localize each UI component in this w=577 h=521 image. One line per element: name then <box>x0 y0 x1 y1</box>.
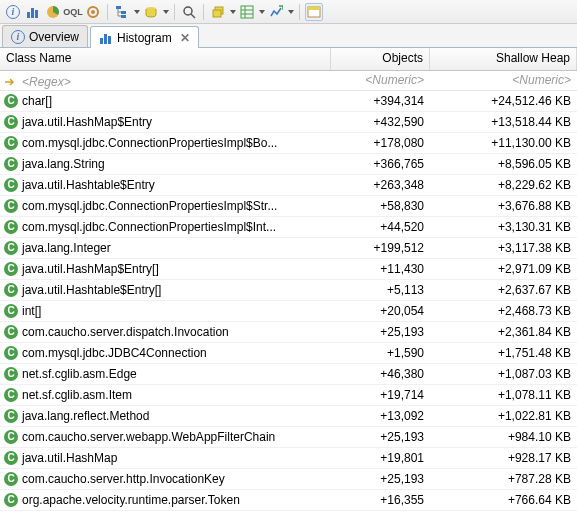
heap-cell: +13,518.44 KB <box>430 115 577 129</box>
objects-cell: +13,092 <box>331 409 430 423</box>
svg-rect-8 <box>121 15 126 18</box>
class-name-cell: com.mysql.jdbc.JDBC4Connection <box>22 346 207 360</box>
class-name-cell: java.util.HashMap$Entry <box>22 115 152 129</box>
heap-cell: +2,637.67 KB <box>430 283 577 297</box>
heap-cell: +3,676.88 KB <box>430 199 577 213</box>
filter-regex-text: <Regex> <box>22 75 71 89</box>
table-row[interactable]: Ccom.caucho.server.webapp.WebAppFilterCh… <box>0 427 577 448</box>
heap-cell: +3,117.38 KB <box>430 241 577 255</box>
class-icon: C <box>4 178 18 192</box>
tab-bar: i Overview Histogram ✕ <box>0 24 577 48</box>
class-name-cell: com.caucho.server.webapp.WebAppFilterCha… <box>22 430 275 444</box>
svg-point-10 <box>184 7 192 15</box>
table-row[interactable]: Ccom.caucho.server.dispatch.Invocation+2… <box>0 322 577 343</box>
class-name-cell: java.util.HashMap <box>22 451 117 465</box>
heap-cell: +11,130.00 KB <box>430 136 577 150</box>
class-name-cell: com.mysql.jdbc.ConnectionPropertiesImpl$… <box>22 199 277 213</box>
class-name-cell: net.sf.cglib.asm.Item <box>22 388 132 402</box>
class-icon: C <box>4 199 18 213</box>
table-row[interactable]: Cjava.util.HashMap+19,801+928.17 KB <box>0 448 577 469</box>
objects-cell: +16,355 <box>331 493 430 507</box>
grid-dropdown[interactable] <box>258 3 265 21</box>
layers-dropdown[interactable] <box>229 3 236 21</box>
filter-objects[interactable]: <Numeric> <box>331 71 430 90</box>
table-row[interactable]: Cjava.util.Hashtable$Entry+263,348+8,229… <box>0 175 577 196</box>
class-name-cell: com.caucho.server.dispatch.Invocation <box>22 325 229 339</box>
tree-icon[interactable] <box>113 3 131 21</box>
table-row[interactable]: Ccom.mysql.jdbc.JDBC4Connection+1,590+1,… <box>0 343 577 364</box>
table-row[interactable]: Cjava.util.HashMap$Entry[]+11,430+2,971.… <box>0 259 577 280</box>
histogram-icon[interactable] <box>24 3 42 21</box>
heap-cell: +2,971.09 KB <box>430 262 577 276</box>
class-icon: C <box>4 283 18 297</box>
table-row[interactable]: Ccom.caucho.server.http.InvocationKey+25… <box>0 469 577 490</box>
objects-cell: +1,590 <box>331 346 430 360</box>
heap-cell: +1,078.11 KB <box>430 388 577 402</box>
tree-dropdown[interactable] <box>133 3 140 21</box>
heap-cell: +984.10 KB <box>430 430 577 444</box>
heap-cell: +3,130.31 KB <box>430 220 577 234</box>
class-name-cell: int[] <box>22 304 41 318</box>
svg-rect-6 <box>116 6 121 9</box>
column-class-name[interactable]: Class Name <box>0 48 331 70</box>
svg-rect-2 <box>35 10 38 18</box>
table-header: Class Name Objects Shallow Heap <box>0 48 577 71</box>
separator <box>174 4 175 20</box>
svg-rect-13 <box>213 10 221 17</box>
table-row[interactable]: Cjava.lang.reflect.Method+13,092+1,022.8… <box>0 406 577 427</box>
objects-cell: +25,193 <box>331 430 430 444</box>
close-icon[interactable]: ✕ <box>180 31 190 45</box>
class-name-cell: java.util.Hashtable$Entry <box>22 178 155 192</box>
table-row[interactable]: Ccom.mysql.jdbc.ConnectionPropertiesImpl… <box>0 196 577 217</box>
table-row[interactable]: Ccom.mysql.jdbc.ConnectionPropertiesImpl… <box>0 217 577 238</box>
export-dropdown[interactable] <box>287 3 294 21</box>
svg-rect-20 <box>100 38 103 44</box>
tab-overview[interactable]: i Overview <box>2 25 88 47</box>
objects-cell: +199,512 <box>331 241 430 255</box>
db-icon[interactable] <box>142 3 160 21</box>
objects-cell: +432,590 <box>331 115 430 129</box>
separator <box>203 4 204 20</box>
column-shallow-heap[interactable]: Shallow Heap <box>430 48 577 70</box>
table-row[interactable]: Cnet.sf.cglib.asm.Item+19,714+1,078.11 K… <box>0 385 577 406</box>
overview-icon[interactable]: i <box>4 3 22 21</box>
svg-rect-0 <box>27 12 30 18</box>
tab-label: Histogram <box>117 31 172 45</box>
class-name-cell: net.sf.cglib.asm.Edge <box>22 367 137 381</box>
search-icon[interactable] <box>180 3 198 21</box>
pie-icon[interactable] <box>44 3 62 21</box>
filter-regex[interactable]: <Regex> <box>0 71 331 90</box>
svg-rect-7 <box>121 11 126 14</box>
objects-cell: +25,193 <box>331 325 430 339</box>
gear-icon[interactable] <box>84 3 102 21</box>
column-objects[interactable]: Objects <box>331 48 430 70</box>
table-row[interactable]: Cjava.util.HashMap$Entry+432,590+13,518.… <box>0 112 577 133</box>
export-icon[interactable] <box>267 3 285 21</box>
table-row[interactable]: Corg.apache.velocity.runtime.parser.Toke… <box>0 490 577 511</box>
heap-cell: +2,468.73 KB <box>430 304 577 318</box>
svg-rect-14 <box>241 6 253 18</box>
table-row[interactable]: Cjava.lang.Integer+199,512+3,117.38 KB <box>0 238 577 259</box>
panel-icon[interactable] <box>305 3 323 21</box>
table-row[interactable]: Cchar[]+394,314+24,512.46 KB <box>0 91 577 112</box>
layers-icon[interactable] <box>209 3 227 21</box>
filter-heap[interactable]: <Numeric> <box>430 71 577 90</box>
svg-rect-21 <box>104 34 107 44</box>
table-row[interactable]: Cjava.util.Hashtable$Entry[]+5,113+2,637… <box>0 280 577 301</box>
tab-histogram[interactable]: Histogram ✕ <box>90 26 199 48</box>
objects-cell: +19,801 <box>331 451 430 465</box>
table-row[interactable]: Ccom.mysql.jdbc.ConnectionPropertiesImpl… <box>0 133 577 154</box>
table-row[interactable]: Cint[]+20,054+2,468.73 KB <box>0 301 577 322</box>
heap-cell: +24,512.46 KB <box>430 94 577 108</box>
heap-cell: +1,751.48 KB <box>430 346 577 360</box>
class-icon: C <box>4 325 18 339</box>
oql-icon[interactable]: OQL <box>64 3 82 21</box>
table-row[interactable]: Cnet.sf.cglib.asm.Edge+46,380+1,087.03 K… <box>0 364 577 385</box>
table-row[interactable]: Cjava.lang.String+366,765+8,596.05 KB <box>0 154 577 175</box>
class-icon: C <box>4 472 18 486</box>
heap-cell: +1,087.03 KB <box>430 367 577 381</box>
db-dropdown[interactable] <box>162 3 169 21</box>
grid-icon[interactable] <box>238 3 256 21</box>
class-name-cell: com.mysql.jdbc.ConnectionPropertiesImpl$… <box>22 220 276 234</box>
class-icon: C <box>4 493 18 507</box>
